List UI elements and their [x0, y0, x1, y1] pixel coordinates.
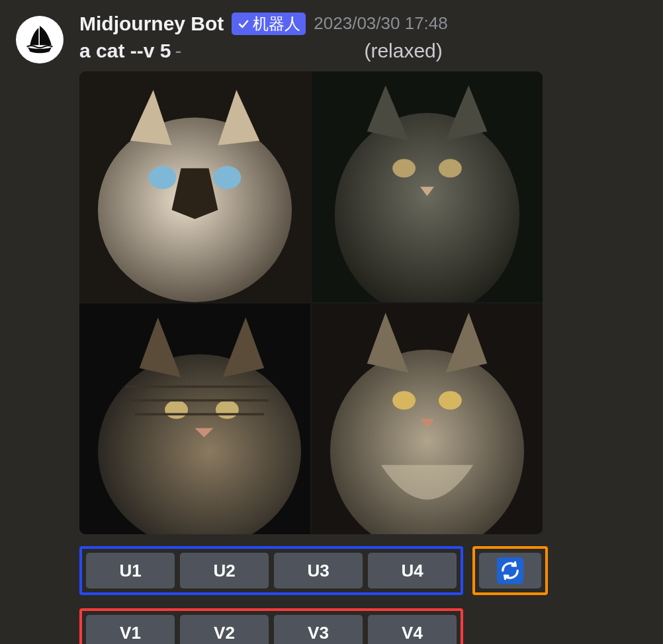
image-cell-1[interactable] [79, 71, 310, 302]
svg-point-10 [165, 401, 188, 419]
svg-point-3 [213, 166, 241, 189]
sailboat-icon [22, 22, 57, 57]
bot-badge: 机器人 [232, 13, 306, 35]
prompt-mode: (relaxed) [364, 40, 442, 62]
check-icon [237, 17, 250, 30]
variation-2-button[interactable]: V2 [180, 615, 269, 644]
image-cell-2[interactable] [312, 71, 543, 302]
action-buttons: U1 U2 U3 U4 [79, 546, 650, 644]
message-content: Midjourney Bot 机器人 2023/03/30 17:48 a ca… [79, 12, 650, 644]
image-cell-4[interactable] [312, 303, 543, 534]
message: Midjourney Bot 机器人 2023/03/30 17:48 a ca… [0, 0, 663, 644]
refresh-icon [497, 557, 523, 584]
upscale-1-button[interactable]: U1 [86, 553, 175, 588]
prompt-separator: - [175, 40, 181, 62]
svg-point-11 [216, 401, 239, 419]
svg-point-2 [149, 166, 177, 189]
variation-3-button[interactable]: V3 [274, 615, 363, 644]
upscale-3-button[interactable]: U3 [274, 553, 363, 588]
image-cell-3[interactable] [79, 303, 310, 534]
reroll-button[interactable] [479, 553, 541, 588]
bot-avatar [16, 16, 64, 63]
bot-badge-label: 机器人 [253, 15, 300, 34]
svg-point-7 [439, 159, 462, 178]
message-header: Midjourney Bot 机器人 2023/03/30 17:48 [79, 12, 650, 36]
variation-4-button[interactable]: V4 [368, 615, 457, 644]
variation-button-group: V1 V2 V3 V4 [79, 608, 463, 644]
svg-point-17 [392, 391, 416, 410]
timestamp: 2023/03/30 17:48 [314, 13, 447, 34]
upscale-4-button[interactable]: U4 [368, 553, 457, 588]
prompt-text: a cat --v 5 [79, 40, 171, 62]
svg-point-18 [439, 391, 462, 410]
reroll-button-group [472, 546, 548, 595]
generated-image-grid[interactable] [79, 71, 543, 534]
prompt-line: a cat --v 5 - (relaxed) [79, 40, 650, 62]
svg-point-6 [392, 159, 416, 178]
author-name: Midjourney Bot [79, 12, 224, 36]
variation-1-button[interactable]: V1 [86, 615, 175, 644]
upscale-button-group: U1 U2 U3 U4 [79, 546, 463, 595]
upscale-2-button[interactable]: U2 [180, 553, 269, 588]
